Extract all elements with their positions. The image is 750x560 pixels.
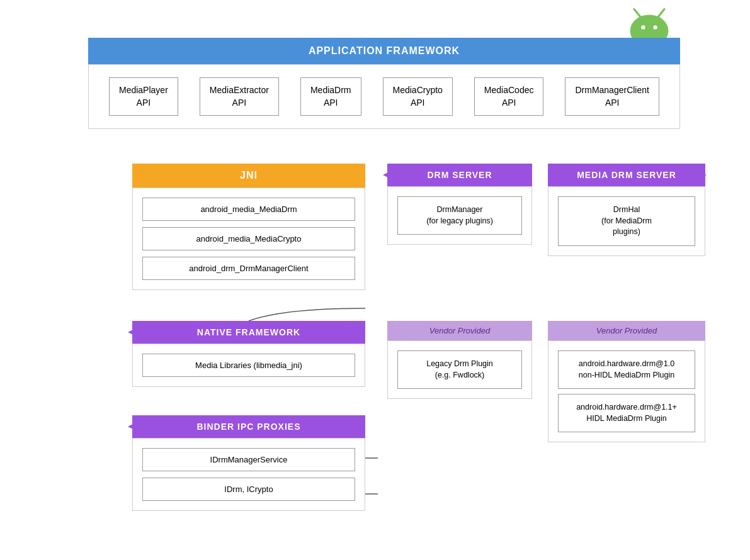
svg-line-1	[658, 9, 664, 18]
jni-item-3: android_drm_DrmManagerClient	[142, 257, 355, 280]
drm-server-header: DRM SERVER	[387, 164, 532, 186]
diagram-container: APPLICATION FRAMEWORK MediaPlayerAPI Med…	[0, 0, 750, 560]
binder-item-2: IDrm, ICrypto	[142, 478, 355, 501]
vendor-hidl-item-2: android.hardware.drm@1.1+HIDL MediaDrm P…	[558, 394, 695, 432]
vendor-hidl-label: Vendor Provided	[548, 321, 705, 340]
jni-item-1: android_media_MediaDrm	[142, 198, 355, 221]
media-drm-server-header: MEDIA DRM SERVER	[548, 164, 705, 186]
binder-ipc-header: BINDER IPC PROXIES	[132, 415, 365, 438]
svg-line-0	[634, 9, 640, 18]
drm-server-body: DrmManager(for legacy plugins)	[387, 186, 532, 245]
drm-server-item-1: DrmManager(for legacy plugins)	[397, 196, 522, 235]
drm-server-section: DRM SERVER DrmManager(for legacy plugins…	[387, 164, 532, 245]
api-mediaextractor: MediaExtractorAPI	[200, 77, 279, 116]
media-drm-server-body: DrmHal(for MediaDrmplugins)	[548, 186, 705, 256]
media-drm-server-item-1: DrmHal(for MediaDrmplugins)	[558, 196, 695, 246]
native-framework-header: NATIVE FRAMEWORK	[132, 321, 365, 344]
jni-header: JNI	[132, 164, 365, 188]
media-drm-server-section: MEDIA DRM SERVER DrmHal(for MediaDrmplug…	[548, 164, 705, 256]
binder-ipc-section: BINDER IPC PROXIES IDrmManagerService ID…	[132, 415, 365, 511]
vendor-legacy-section: Vendor Provided Legacy Drm Plugin(e.g. F…	[387, 321, 532, 399]
api-mediacrypto: MediaCryptoAPI	[383, 77, 453, 116]
api-drmmanagerclient: DrmManagerClientAPI	[565, 77, 659, 116]
jni-section: JNI android_media_MediaDrm android_media…	[132, 164, 365, 290]
app-framework-section: APPLICATION FRAMEWORK MediaPlayerAPI Med…	[88, 38, 680, 129]
svg-point-4	[653, 25, 657, 29]
api-mediaplayer: MediaPlayerAPI	[109, 77, 178, 116]
vendor-legacy-item-1: Legacy Drm Plugin(e.g. Fwdlock)	[397, 350, 522, 389]
binder-ipc-body: IDrmManagerService IDrm, ICrypto	[132, 438, 365, 511]
vendor-hidl-item-1: android.hardware.drm@1.0non-HIDL MediaDr…	[558, 350, 695, 389]
jni-item-2: android_media_MediaCrypto	[142, 227, 355, 250]
svg-point-3	[641, 25, 645, 29]
vendor-hidl-section: Vendor Provided android.hardware.drm@1.0…	[548, 321, 705, 442]
native-framework-body: Media Libraries (libmedia_jni)	[132, 344, 365, 387]
native-framework-section: NATIVE FRAMEWORK Media Libraries (libmed…	[132, 321, 365, 387]
binder-item-1: IDrmManagerService	[142, 448, 355, 471]
api-mediacodec: MediaCodecAPI	[474, 77, 544, 116]
jni-body: android_media_MediaDrm android_media_Med…	[132, 188, 365, 290]
vendor-hidl-body: android.hardware.drm@1.0non-HIDL MediaDr…	[548, 340, 705, 442]
api-mediadrm: MediaDrmAPI	[300, 77, 361, 116]
native-item-1: Media Libraries (libmedia_jni)	[142, 354, 355, 377]
app-framework-apis: MediaPlayerAPI MediaExtractorAPI MediaDr…	[88, 64, 680, 129]
vendor-legacy-label: Vendor Provided	[387, 321, 532, 340]
vendor-legacy-body: Legacy Drm Plugin(e.g. Fwdlock)	[387, 340, 532, 399]
app-framework-header: APPLICATION FRAMEWORK	[88, 38, 680, 64]
